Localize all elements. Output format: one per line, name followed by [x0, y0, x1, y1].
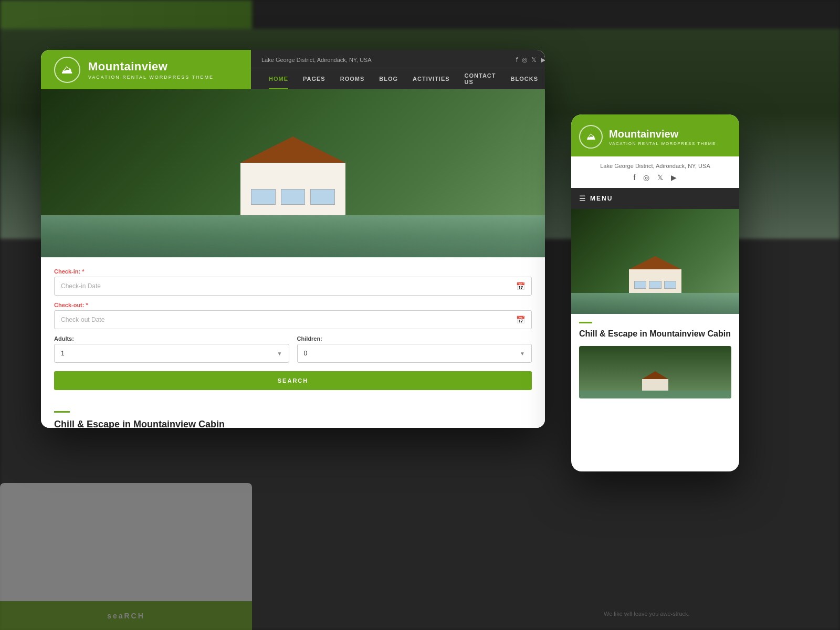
nav-item-blog[interactable]: BLOG — [372, 68, 405, 89]
desktop-logo-subtitle: VACATION RENTAL WORDPRESS THEME — [88, 75, 214, 80]
mobile-instagram-icon[interactable]: ◎ — [643, 173, 649, 182]
mobile-content-title: Chill & Escape in Mountainview Cabin — [579, 329, 731, 340]
checkin-required: * — [82, 268, 84, 275]
children-field: Children: 0 ▼ — [297, 335, 532, 363]
mobile-logo-icon: ⛰ — [586, 131, 596, 142]
hero-building — [240, 142, 345, 215]
instagram-icon[interactable]: ◎ — [522, 56, 527, 64]
checkout-label: Check-out: * — [54, 302, 532, 308]
booking-guests-row: Adults: 1 ▼ Children: 0 ▼ — [54, 335, 532, 363]
background-bottom: seaRCH We like will leave you awe-struck… — [0, 472, 840, 630]
nav-item-contact[interactable]: CONTACT US — [457, 68, 503, 89]
mobile-logo-text: Mountainview VACATION RENTAL WORDPRESS T… — [609, 128, 716, 146]
bg-text-right: We like will leave you awe-struck. — [604, 609, 814, 620]
building-window — [251, 189, 276, 205]
building-window — [281, 189, 306, 205]
mobile-content-roof — [642, 371, 668, 379]
checkin-placeholder: Check-in Date — [61, 282, 101, 290]
search-button[interactable]: SEARCH — [54, 371, 532, 390]
mobile-hero — [571, 209, 739, 314]
calendar-icon: 📅 — [516, 282, 525, 290]
mobile-mockup: ⛰ Mountainview VACATION RENTAL WORDPRESS… — [571, 114, 739, 471]
desktop-content: Chill & Escape in Mountainview Cabin Our… — [41, 401, 545, 428]
checkin-input[interactable]: Check-in Date 📅 — [54, 277, 532, 296]
content-divider — [54, 411, 70, 413]
dropdown-arrow-icon: ▼ — [520, 351, 525, 356]
mobile-building-windows — [634, 281, 676, 289]
mobile-menu-label: MENU — [590, 195, 613, 202]
building-windows — [251, 189, 335, 205]
mobile-facebook-icon[interactable]: f — [634, 173, 636, 182]
desktop-logo-area: ⛰ Mountainview VACATION RENTAL WORDPRESS… — [41, 50, 251, 89]
dropdown-arrow-icon: ▼ — [277, 351, 282, 356]
mobile-window — [649, 281, 661, 289]
desktop-nav-area: Lake George District, Adirondack, NY, US… — [251, 50, 545, 89]
desktop-logo-icon: ⛰ — [61, 63, 73, 77]
mobile-divider — [579, 322, 592, 323]
mobile-content-body — [642, 379, 668, 391]
calendar-icon: 📅 — [516, 316, 525, 324]
mobile-building-roof — [629, 256, 681, 269]
checkin-field: Check-in: * Check-in Date 📅 — [54, 268, 532, 296]
adults-select[interactable]: 1 ▼ — [54, 344, 289, 363]
nav-item-pages[interactable]: PAGES — [296, 68, 333, 89]
bg-header — [0, 0, 840, 29]
mobile-window — [664, 281, 676, 289]
mobile-logo-circle: ⛰ — [579, 125, 603, 149]
desktop-booking-panel: Check-in: * Check-in Date 📅 Check-out: *… — [41, 257, 545, 401]
youtube-icon[interactable]: ▶ — [541, 56, 545, 64]
nav-item-home[interactable]: HOME — [261, 68, 296, 89]
desktop-mockup: ⛰ Mountainview VACATION RENTAL WORDPRESS… — [41, 50, 545, 428]
desktop-social-icons: f ◎ 𝕏 ▶ — [516, 56, 545, 64]
bg-search-btn: seaRCH — [0, 601, 252, 630]
mobile-nav[interactable]: ☰ MENU — [571, 188, 739, 209]
building-roof — [240, 136, 345, 163]
mobile-content-building — [642, 371, 668, 391]
mobile-location: Lake George District, Adirondack, NY, US… — [579, 163, 731, 169]
bg-search-label: seaRCH — [107, 612, 145, 620]
checkout-input[interactable]: Check-out Date 📅 — [54, 310, 532, 329]
children-value: 0 — [304, 350, 308, 357]
mobile-content-image — [579, 346, 731, 398]
desktop-logo-title: Mountainview — [88, 60, 214, 74]
mobile-social-icons: f ◎ 𝕏 ▶ — [579, 173, 731, 182]
mobile-content: Chill & Escape in Mountainview Cabin — [571, 314, 739, 406]
mobile-logo-subtitle: VACATION RENTAL WORDPRESS THEME — [609, 141, 716, 146]
mobile-logo-title: Mountainview — [609, 128, 716, 140]
bg-text-line1: We like will leave you awe-struck. — [604, 611, 690, 617]
checkin-label: Check-in: * — [54, 268, 532, 275]
desktop-nav-top: Lake George District, Adirondack, NY, US… — [251, 52, 545, 68]
nav-item-activities[interactable]: ACTIVITIES — [405, 68, 457, 89]
nav-item-blocks[interactable]: BLOCKS — [503, 68, 545, 89]
mobile-hero-water — [571, 293, 739, 314]
mobile-building-body — [629, 269, 681, 293]
desktop-hero — [41, 89, 545, 257]
adults-field: Adults: 1 ▼ — [54, 335, 289, 363]
children-label: Children: — [297, 335, 532, 342]
building-window — [310, 189, 335, 205]
desktop-header: ⛰ Mountainview VACATION RENTAL WORDPRESS… — [41, 50, 545, 89]
mobile-info: Lake George District, Adirondack, NY, US… — [571, 156, 739, 188]
facebook-icon[interactable]: f — [516, 56, 518, 64]
mobile-youtube-icon[interactable]: ▶ — [671, 173, 677, 182]
adults-label: Adults: — [54, 335, 289, 342]
hamburger-icon: ☰ — [579, 194, 586, 203]
desktop-location: Lake George District, Adirondack, NY, US… — [261, 57, 372, 63]
children-select[interactable]: 0 ▼ — [297, 344, 532, 363]
nav-item-rooms[interactable]: ROOMS — [333, 68, 372, 89]
mobile-hero-building — [629, 256, 681, 293]
checkout-placeholder: Check-out Date — [61, 316, 104, 323]
mobile-header: ⛰ Mountainview VACATION RENTAL WORDPRESS… — [571, 114, 739, 156]
booking-checkin-row: Check-in: * Check-in Date 📅 — [54, 268, 532, 296]
building-body — [240, 163, 345, 215]
checkout-field: Check-out: * Check-out Date 📅 — [54, 302, 532, 329]
hero-water — [41, 215, 545, 257]
desktop-logo-text: Mountainview VACATION RENTAL WORDPRESS T… — [88, 60, 214, 80]
twitter-icon[interactable]: 𝕏 — [531, 56, 537, 64]
checkout-required: * — [86, 302, 88, 308]
mobile-twitter-icon[interactable]: 𝕏 — [657, 173, 663, 182]
mobile-content-water — [579, 391, 731, 398]
content-title: Chill & Escape in Mountainview Cabin — [54, 419, 532, 428]
desktop-nav-menu: HOME PAGES ROOMS BLOG ACTIVITIES CONTACT… — [251, 68, 545, 89]
desktop-logo-circle: ⛰ — [54, 57, 80, 83]
